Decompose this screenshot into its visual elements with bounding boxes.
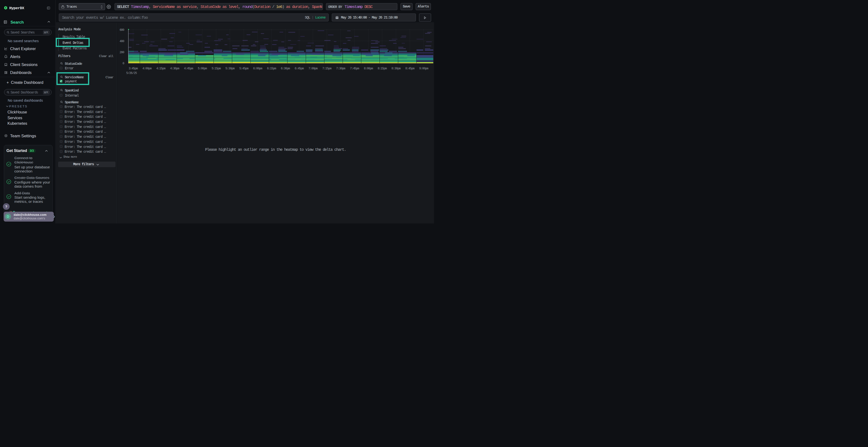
svg-text:7:30pm: 7:30pm [336,67,345,70]
svg-text:3:45pm: 3:45pm [128,67,138,70]
svg-text:5:45pm: 5:45pm [239,67,248,70]
svg-text:4:15pm: 4:15pm [156,67,165,70]
svg-text:6:00pm: 6:00pm [253,67,262,70]
svg-text:7:15pm: 7:15pm [322,67,332,70]
svg-text:5/26/25: 5/26/25 [126,71,137,75]
svg-text:7:45pm: 7:45pm [350,67,359,70]
svg-text:8:15pm: 8:15pm [378,67,387,70]
svg-text:5:15pm: 5:15pm [212,67,221,70]
svg-text:8:30pm: 8:30pm [392,67,401,70]
svg-text:8:45pm: 8:45pm [405,67,414,70]
svg-text:4:30pm: 4:30pm [170,67,179,70]
svg-text:600: 600 [120,28,124,32]
svg-text:4:00pm: 4:00pm [143,67,152,70]
svg-text:9:00pm: 9:00pm [419,67,428,70]
svg-text:7:00pm: 7:00pm [308,67,317,70]
svg-text:0: 0 [123,62,124,65]
svg-text:6:15pm: 6:15pm [267,67,276,70]
svg-text:200: 200 [120,51,124,54]
svg-text:5:30pm: 5:30pm [225,67,235,70]
svg-text:5:00pm: 5:00pm [198,67,207,70]
svg-text:8:00pm: 8:00pm [364,67,373,70]
svg-text:6:45pm: 6:45pm [294,67,304,70]
svg-text:400: 400 [120,39,124,43]
svg-text:4:45pm: 4:45pm [184,67,193,70]
svg-text:6:30pm: 6:30pm [281,67,290,70]
